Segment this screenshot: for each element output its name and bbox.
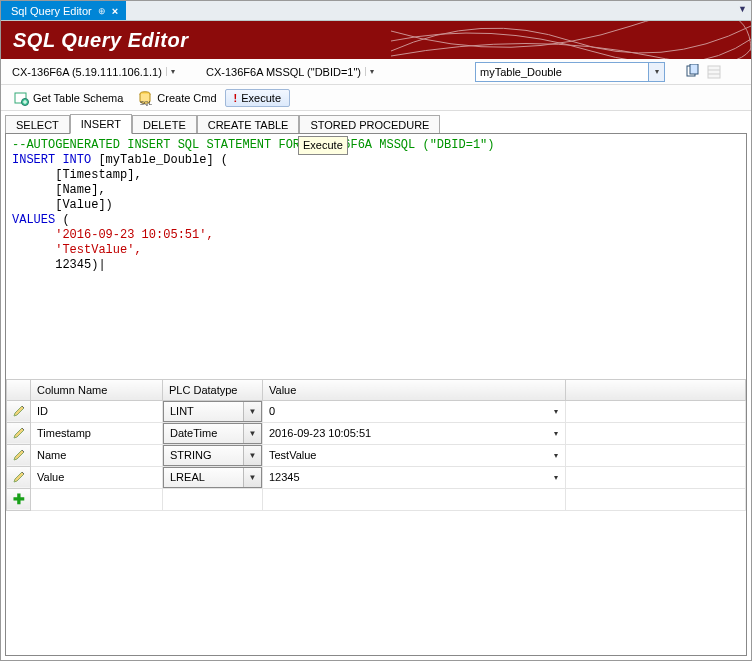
tab-overflow-icon[interactable]: ▼ <box>738 4 747 14</box>
sql-tabs: SELECT INSERT DELETE CREATE TABLE STORED… <box>1 111 751 133</box>
table-row: IDLINT▼0▾ <box>7 400 746 422</box>
cell-value[interactable]: 0▾ <box>263 400 566 422</box>
svg-rect-2 <box>708 66 720 78</box>
tab-create-table[interactable]: CREATE TABLE <box>197 115 300 134</box>
table-row: ValueLREAL▼12345▾ <box>7 466 746 488</box>
execute-button[interactable]: ! Execute <box>225 89 290 107</box>
schema-icon <box>13 90 29 106</box>
chevron-down-icon: ▾ <box>547 445 565 466</box>
cell-empty <box>566 444 746 466</box>
title-banner: SQL Query Editor <box>1 21 751 59</box>
banner-waves-decor <box>391 21 751 59</box>
sql-editor[interactable]: Execute--AUTOGENERATED INSERT SQL STATEM… <box>6 134 746 380</box>
chevron-down-icon: ▼ <box>243 424 261 443</box>
chevron-down-icon: ▾ <box>648 63 664 81</box>
target-value: CX-136F6A (5.19.111.106.1.1) <box>10 65 166 79</box>
close-icon[interactable]: × <box>112 5 118 17</box>
svg-rect-1 <box>690 64 698 74</box>
chevron-down-icon: ▾ <box>547 401 565 422</box>
sql-icon: SQL <box>137 90 153 106</box>
cell-column-name[interactable]: Value <box>31 466 163 488</box>
table-value: myTable_Double <box>476 64 648 80</box>
doc-tab-title: Sql Query Editor <box>11 5 92 17</box>
cell-value[interactable]: 12345▾ <box>263 466 566 488</box>
chevron-down-icon: ▼ <box>243 446 261 465</box>
tab-select[interactable]: SELECT <box>5 115 70 134</box>
connection-toolbar: CX-136F6A (5.19.111.106.1.1) ▾ CX-136F6A… <box>1 59 751 85</box>
col-header-name[interactable]: Column Name <box>31 380 163 400</box>
svg-text:SQL: SQL <box>140 100 153 106</box>
doc-tab-strip: Sql Query Editor ⊕ × ▼ <box>1 1 751 21</box>
col-header-empty <box>566 380 746 400</box>
cell-datatype[interactable]: LINT▼ <box>163 400 263 422</box>
row-edit-indicator[interactable] <box>7 400 31 422</box>
exclaim-icon: ! <box>234 92 238 104</box>
plus-icon[interactable]: ✚ <box>7 488 31 510</box>
table-row: TimestampDateTime▼2016-09-23 10:05:51▾ <box>7 422 746 444</box>
row-edit-indicator[interactable] <box>7 466 31 488</box>
pencil-icon <box>7 448 30 462</box>
table-row: NameSTRING▼TestValue▾ <box>7 444 746 466</box>
row-header-blank <box>7 380 31 400</box>
doc-tab-active[interactable]: Sql Query Editor ⊕ × <box>1 1 126 20</box>
execute-tooltip: Execute <box>298 136 348 155</box>
dsn-value: CX-136F6A MSSQL ("DBID=1") <box>204 65 365 79</box>
row-edit-indicator[interactable] <box>7 422 31 444</box>
col-header-type[interactable]: PLC Datatype <box>163 380 263 400</box>
chevron-down-icon: ▾ <box>166 67 179 76</box>
cell-datatype[interactable]: LREAL▼ <box>163 466 263 488</box>
create-cmd-button[interactable]: SQL Create Cmd <box>131 88 222 108</box>
cell-column-name[interactable]: Name <box>31 444 163 466</box>
params-grid: Column Name PLC Datatype Value IDLINT▼0▾… <box>6 380 746 511</box>
cell-value[interactable]: 2016-09-23 10:05:51▾ <box>263 422 566 444</box>
pin-icon[interactable]: ⊕ <box>98 6 106 16</box>
editor-container: Execute--AUTOGENERATED INSERT SQL STATEM… <box>5 133 747 656</box>
cell-datatype[interactable]: STRING▼ <box>163 444 263 466</box>
cell-column-name[interactable]: Timestamp <box>31 422 163 444</box>
chevron-down-icon: ▾ <box>547 467 565 488</box>
params-grid-wrap: Column Name PLC Datatype Value IDLINT▼0▾… <box>6 380 746 655</box>
props-icon[interactable] <box>705 63 723 81</box>
chevron-down-icon: ▼ <box>243 468 261 487</box>
pencil-icon <box>7 426 30 440</box>
execute-label: Execute <box>241 92 281 104</box>
add-row[interactable]: ✚ <box>7 488 746 510</box>
tab-delete[interactable]: DELETE <box>132 115 197 134</box>
pencil-icon <box>7 404 30 418</box>
row-edit-indicator[interactable] <box>7 444 31 466</box>
cell-column-name[interactable]: ID <box>31 400 163 422</box>
dsn-dropdown[interactable]: CX-136F6A MSSQL ("DBID=1") ▾ <box>201 63 471 81</box>
chevron-down-icon: ▼ <box>243 402 261 421</box>
col-header-value[interactable]: Value <box>263 380 566 400</box>
create-cmd-label: Create Cmd <box>157 92 216 104</box>
tab-insert[interactable]: INSERT <box>70 114 132 134</box>
tab-stored-proc[interactable]: STORED PROCEDURE <box>299 115 440 134</box>
get-schema-button[interactable]: Get Table Schema <box>7 88 129 108</box>
cell-value[interactable]: TestValue▾ <box>263 444 566 466</box>
chevron-down-icon: ▾ <box>365 67 378 76</box>
cell-empty <box>566 400 746 422</box>
cell-datatype[interactable]: DateTime▼ <box>163 422 263 444</box>
cell-empty <box>566 466 746 488</box>
page-title: SQL Query Editor <box>13 29 188 52</box>
table-dropdown[interactable]: myTable_Double ▾ <box>475 62 665 82</box>
pencil-icon <box>7 470 30 484</box>
chevron-down-icon: ▾ <box>547 423 565 444</box>
copy-icon[interactable] <box>683 63 701 81</box>
get-schema-label: Get Table Schema <box>33 92 123 104</box>
cell-empty <box>566 422 746 444</box>
target-dropdown[interactable]: CX-136F6A (5.19.111.106.1.1) ▾ <box>7 63 197 81</box>
action-toolbar: Get Table Schema SQL Create Cmd ! Execut… <box>1 85 751 111</box>
